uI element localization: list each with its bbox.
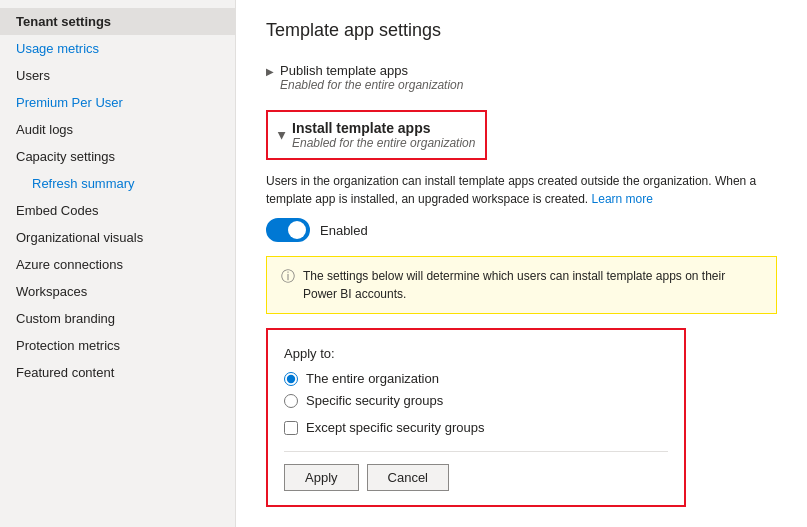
- enabled-toggle[interactable]: [266, 218, 310, 242]
- warning-box: ⓘ The settings below will determine whic…: [266, 256, 777, 314]
- publish-section-subtitle: Enabled for the entire organization: [280, 78, 463, 92]
- sidebar-item-embed-codes[interactable]: Embed Codes: [0, 197, 235, 224]
- warning-icon: ⓘ: [281, 268, 295, 286]
- radio-entire-org-input[interactable]: [284, 372, 298, 386]
- main-content: Template app settings ▶ Publish template…: [236, 0, 807, 527]
- sidebar-item-users[interactable]: Users: [0, 62, 235, 89]
- except-label: Except specific security groups: [306, 420, 484, 435]
- sidebar-item-workspaces[interactable]: Workspaces: [0, 278, 235, 305]
- sidebar-item-featured-content[interactable]: Featured content: [0, 359, 235, 386]
- publish-section: ▶ Publish template apps Enabled for the …: [266, 59, 777, 96]
- install-section-title: Install template apps: [292, 120, 475, 136]
- publish-arrow-icon: ▶: [266, 66, 274, 77]
- toggle-label: Enabled: [320, 223, 368, 238]
- cancel-button[interactable]: Cancel: [367, 464, 449, 491]
- radio-specific-groups-label: Specific security groups: [306, 393, 443, 408]
- radio-entire-org[interactable]: The entire organization: [284, 371, 668, 386]
- toggle-thumb: [288, 221, 306, 239]
- radio-group: The entire organization Specific securit…: [284, 371, 668, 408]
- sidebar-item-capacity-settings[interactable]: Capacity settings: [0, 143, 235, 170]
- sidebar-item-usage-metrics[interactable]: Usage metrics: [0, 35, 235, 62]
- button-row: Apply Cancel: [284, 464, 668, 491]
- radio-specific-groups-input[interactable]: [284, 394, 298, 408]
- divider: [284, 451, 668, 452]
- sidebar-item-refresh-summary[interactable]: Refresh summary: [0, 170, 235, 197]
- install-arrow-icon: ▶: [277, 131, 288, 139]
- sidebar-item-azure-connections[interactable]: Azure connections: [0, 251, 235, 278]
- sidebar-item-tenant-settings[interactable]: Tenant settings: [0, 8, 235, 35]
- apply-section: Apply to: The entire organization Specif…: [266, 328, 686, 507]
- install-description: Users in the organization can install te…: [266, 172, 777, 208]
- radio-specific-groups[interactable]: Specific security groups: [284, 393, 668, 408]
- sidebar-item-premium-per-user[interactable]: Premium Per User: [0, 89, 235, 116]
- install-section-header[interactable]: ▶ Install template apps Enabled for the …: [266, 110, 487, 160]
- except-checkbox[interactable]: [284, 421, 298, 435]
- install-section-subtitle: Enabled for the entire organization: [292, 136, 475, 150]
- sidebar: Tenant settings Usage metrics Users Prem…: [0, 0, 236, 527]
- page-title: Template app settings: [266, 20, 777, 41]
- toggle-row: Enabled: [266, 218, 777, 242]
- apply-button[interactable]: Apply: [284, 464, 359, 491]
- apply-label: Apply to:: [284, 346, 668, 361]
- sidebar-item-organizational-visuals[interactable]: Organizational visuals: [0, 224, 235, 251]
- publish-section-title: Publish template apps: [280, 63, 463, 78]
- warning-text: The settings below will determine which …: [303, 267, 762, 303]
- radio-entire-org-label: The entire organization: [306, 371, 439, 386]
- sidebar-item-custom-branding[interactable]: Custom branding: [0, 305, 235, 332]
- sidebar-item-audit-logs[interactable]: Audit logs: [0, 116, 235, 143]
- sidebar-item-protection-metrics[interactable]: Protection metrics: [0, 332, 235, 359]
- learn-more-link[interactable]: Learn more: [592, 192, 653, 206]
- except-checkbox-item[interactable]: Except specific security groups: [284, 420, 668, 435]
